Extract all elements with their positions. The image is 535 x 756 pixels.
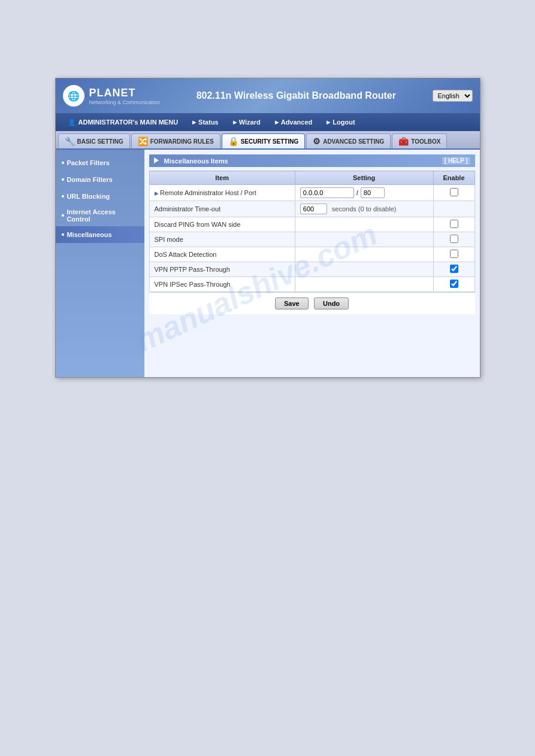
table-row: SPI mode xyxy=(149,232,474,247)
tab-security-setting[interactable]: 🔒 SECURITY SETTING xyxy=(222,133,306,148)
enable-dos-detection xyxy=(433,247,474,262)
undo-button[interactable]: Undo xyxy=(314,297,349,309)
advanced-setting-icon: ⚙ xyxy=(313,136,321,146)
sidebar-item-packet-filters[interactable]: Packet Filters xyxy=(56,154,144,171)
item-dos-detection: DoS Attack Detection xyxy=(149,247,295,262)
logo-text: PLANET xyxy=(89,87,161,99)
item-vpn-ipsec: VPN IPSec Pass-Through xyxy=(149,277,295,292)
item-spi-mode: SPI mode xyxy=(149,232,295,247)
main-panel: Miscellaneous Items [ HELP ] Item Settin… xyxy=(144,150,480,377)
content-area: Packet Filters Domain Filters URL Blocki… xyxy=(56,150,480,377)
language-select[interactable]: English xyxy=(433,90,473,102)
sidebar-item-internet-access-control[interactable]: Internet Access Control xyxy=(56,205,144,226)
header: 🌐 PLANET Networking & Communication 802.… xyxy=(56,78,480,113)
security-setting-icon: 🔒 xyxy=(228,136,238,146)
checkbox-dos-detection[interactable] xyxy=(450,250,458,258)
header-title: 802.11n Wireless Gigabit Broadband Route… xyxy=(160,90,432,101)
forwarding-rules-icon: 🔀 xyxy=(138,136,148,146)
nav-item-advanced[interactable]: ▶ Advanced xyxy=(268,113,320,131)
item-admin-timeout: Administrator Time-out xyxy=(149,201,295,217)
setting-dos-detection xyxy=(295,247,433,262)
timeout-input[interactable] xyxy=(300,204,327,214)
enable-vpn-ipsec xyxy=(433,277,474,292)
sidebar-item-miscellaneous[interactable]: Miscellaneous xyxy=(56,226,144,243)
logo-area: 🌐 PLANET Networking & Communication xyxy=(63,85,161,107)
sidebar: Packet Filters Domain Filters URL Blocki… xyxy=(56,150,144,377)
col-enable: Enable xyxy=(433,171,474,185)
ip-input-remote-admin[interactable] xyxy=(300,187,354,198)
nav-item-logout[interactable]: ▶ Logout xyxy=(319,113,362,131)
setting-vpn-pptp xyxy=(295,262,433,277)
tab-forwarding-rules[interactable]: 🔀 FORWARDING RULES xyxy=(131,133,220,148)
checkbox-remote-admin[interactable] xyxy=(450,188,458,196)
setting-admin-timeout: seconds (0 to disable) xyxy=(295,201,433,217)
section-triangle-icon xyxy=(154,157,159,163)
setting-remote-admin: / xyxy=(295,185,433,201)
tab-bar: 🔧 BASIC SETTING 🔀 FORWARDING RULES 🔒 SEC… xyxy=(56,131,480,150)
tab-basic-setting[interactable]: 🔧 BASIC SETTING xyxy=(58,133,130,148)
setting-vpn-ipsec xyxy=(295,277,433,292)
save-button[interactable]: Save xyxy=(275,297,309,309)
enable-vpn-pptp xyxy=(433,262,474,277)
setting-spi-mode xyxy=(295,232,433,247)
help-link[interactable]: [ HELP ] xyxy=(442,157,470,165)
col-item: Item xyxy=(149,171,295,185)
item-remote-admin: Remote Administrator Host / Port xyxy=(149,185,295,201)
table-row: Remote Administrator Host / Port / xyxy=(149,185,474,201)
sidebar-item-url-blocking[interactable]: URL Blocking xyxy=(56,188,144,205)
checkbox-vpn-pptp[interactable] xyxy=(450,265,458,273)
enable-remote-admin xyxy=(433,185,474,201)
nav-item-wizard[interactable]: ▶ Wizard xyxy=(226,113,268,131)
table-row: Discard PING from WAN side xyxy=(149,217,474,232)
col-setting: Setting xyxy=(295,171,433,185)
logo-sub: Networking & Communication xyxy=(89,99,161,105)
toolbox-icon: 🧰 xyxy=(398,136,409,146)
sidebar-item-domain-filters[interactable]: Domain Filters xyxy=(56,171,144,188)
item-vpn-pptp: VPN PPTP Pass-Through xyxy=(149,262,295,277)
enable-spi-mode xyxy=(433,232,474,247)
port-input-remote-admin[interactable] xyxy=(361,187,385,198)
checkbox-vpn-ipsec[interactable] xyxy=(450,280,458,288)
tab-toolbox[interactable]: 🧰 TOOLBOX xyxy=(392,133,447,148)
page-wrapper: 🌐 PLANET Networking & Communication 802.… xyxy=(0,0,535,756)
planet-logo-icon: 🌐 xyxy=(63,85,84,107)
basic-setting-icon: 🔧 xyxy=(65,136,75,146)
nav-item-admin[interactable]: 👤 ADMINISTRATOR's MAIN MENU xyxy=(61,113,186,131)
router-ui: 🌐 PLANET Networking & Communication 802.… xyxy=(55,78,480,378)
enable-admin-timeout xyxy=(433,201,474,217)
table-row: Administrator Time-out seconds (0 to dis… xyxy=(149,201,474,217)
checkbox-discard-ping[interactable] xyxy=(450,220,458,228)
button-row: Save Undo xyxy=(149,292,475,314)
table-row: VPN PPTP Pass-Through xyxy=(149,262,474,277)
nav-item-status[interactable]: ▶ Status xyxy=(185,113,226,131)
table-row: VPN IPSec Pass-Through xyxy=(149,277,474,292)
item-discard-ping: Discard PING from WAN side xyxy=(149,217,295,232)
section-header: Miscellaneous Items [ HELP ] xyxy=(149,154,475,167)
tab-advanced-setting[interactable]: ⚙ ADVANCED SETTING xyxy=(306,133,391,148)
table-row: DoS Attack Detection xyxy=(149,247,474,262)
main-nav: 👤 ADMINISTRATOR's MAIN MENU ▶ Status ▶ W… xyxy=(56,113,480,131)
section-title: Miscellaneous Items xyxy=(164,157,228,165)
enable-discard-ping xyxy=(433,217,474,232)
miscellaneous-table: Item Setting Enable Remote Administrator… xyxy=(149,171,475,292)
seconds-label: seconds (0 to disable) xyxy=(332,205,397,212)
checkbox-spi-mode[interactable] xyxy=(450,235,458,243)
setting-discard-ping xyxy=(295,217,433,232)
